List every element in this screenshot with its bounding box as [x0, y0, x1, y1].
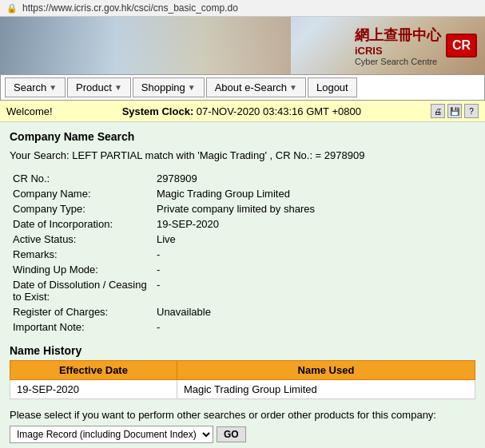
go-button[interactable]: GO [217, 426, 246, 442]
history-date: 19-SEP-2020 [10, 380, 177, 399]
nav-about[interactable]: About e-Search ▼ [206, 77, 306, 97]
toolbar-icons: 🖨 💾 ? [431, 104, 479, 118]
clock-value: 07-NOV-2020 03:43:16 GMT +0800 [197, 105, 361, 117]
info-label: Company Type: [10, 201, 153, 216]
nav-logout[interactable]: Logout [308, 77, 357, 97]
info-row: Active Status:Live [10, 232, 475, 247]
nav-bar: Search ▼ Product ▼ Shopping ▼ About e-Se… [0, 74, 485, 101]
info-row: Remarks:- [10, 247, 475, 262]
info-value: - [153, 262, 475, 277]
nav-shopping[interactable]: Shopping ▼ [133, 77, 205, 97]
info-row: Register of Charges:Unavailable [10, 304, 475, 319]
info-row: Important Note:- [10, 319, 475, 335]
info-label: CR No.: [10, 171, 153, 186]
search-info: Your Search: LEFT PARTIAL match with 'Ma… [10, 149, 475, 161]
section-title: Company Name Search [10, 130, 475, 143]
bottom-controls: Image Record (including Document Index) … [10, 426, 475, 443]
help-icon[interactable]: ? [464, 104, 479, 118]
url-text: https://www.icris.cr.gov.hk/csci/cns_bas… [22, 2, 238, 14]
address-bar: 🔒 https://www.icris.cr.gov.hk/csci/cns_b… [0, 0, 485, 17]
brand-english-text: iCRIS [355, 45, 441, 57]
info-value: - [153, 247, 475, 262]
product-select[interactable]: Image Record (including Document Index) [10, 426, 213, 443]
nav-search[interactable]: Search ▼ [5, 77, 66, 97]
info-value: - [153, 319, 475, 335]
info-value: 19-SEP-2020 [153, 216, 475, 232]
brand-sub-text: Cyber Search Centre [355, 57, 441, 66]
info-row: Date of Dissolution / Ceasing to Exist:- [10, 277, 475, 304]
history-table: Effective Date Name Used 19-SEP-2020Magi… [10, 360, 475, 399]
name-history-title: Name History [10, 344, 475, 357]
header-image [0, 17, 291, 74]
nav-about-arrow: ▼ [289, 83, 297, 92]
info-row: CR No.:2978909 [10, 171, 475, 186]
print-icon[interactable]: 🖨 [431, 104, 445, 118]
info-row: Date of Incorporation:19-SEP-2020 [10, 216, 475, 232]
welcome-text: Welcome! [6, 105, 53, 117]
welcome-bar: Welcome! System Clock: 07-NOV-2020 03:43… [0, 101, 485, 122]
info-value: - [153, 277, 475, 304]
bottom-section: Please select if you want to perform oth… [10, 409, 475, 443]
save-icon[interactable]: 💾 [447, 104, 462, 118]
info-table: CR No.:2978909Company Name:Magic Trading… [10, 171, 475, 335]
info-label: Date of Incorporation: [10, 216, 153, 232]
info-row: Company Name:Magic Trading Group Limited [10, 186, 475, 201]
info-row: Winding Up Mode:- [10, 262, 475, 277]
brand-chinese-text: 網上查冊中心 [355, 26, 441, 45]
clock-label: System Clock: [122, 105, 194, 117]
nav-product[interactable]: Product ▼ [67, 77, 131, 97]
info-value: Live [153, 232, 475, 247]
info-label: Date of Dissolution / Ceasing to Exist: [10, 277, 153, 304]
info-value: Private company limited by shares [153, 201, 475, 216]
info-label: Company Name: [10, 186, 153, 201]
info-value: Magic Trading Group Limited [153, 186, 475, 201]
brand-section: 網上查冊中心 iCRIS Cyber Search Centre CR [355, 26, 477, 66]
lock-icon: 🔒 [6, 3, 18, 14]
info-label: Winding Up Mode: [10, 262, 153, 277]
info-value: Unavailable [153, 304, 475, 319]
info-label: Register of Charges: [10, 304, 153, 319]
info-value: 2978909 [153, 171, 475, 186]
nav-search-arrow: ▼ [49, 83, 57, 92]
info-row: Company Type:Private company limited by … [10, 201, 475, 216]
bottom-text: Please select if you want to perform oth… [10, 409, 475, 421]
nav-product-arrow: ▼ [114, 83, 122, 92]
cr-logo: CR [446, 34, 477, 57]
info-label: Important Note: [10, 319, 153, 335]
history-name: Magic Trading Group Limited [177, 380, 475, 399]
nav-shopping-arrow: ▼ [188, 83, 196, 92]
history-row: 19-SEP-2020Magic Trading Group Limited [10, 380, 475, 399]
main-content: Company Name Search Your Search: LEFT PA… [0, 122, 485, 448]
system-clock: System Clock: 07-NOV-2020 03:43:16 GMT +… [122, 105, 361, 117]
history-col-date: Effective Date [10, 361, 177, 380]
header-banner: 網上查冊中心 iCRIS Cyber Search Centre CR [0, 17, 485, 74]
history-col-name: Name Used [177, 361, 475, 380]
info-label: Active Status: [10, 232, 153, 247]
info-label: Remarks: [10, 247, 153, 262]
